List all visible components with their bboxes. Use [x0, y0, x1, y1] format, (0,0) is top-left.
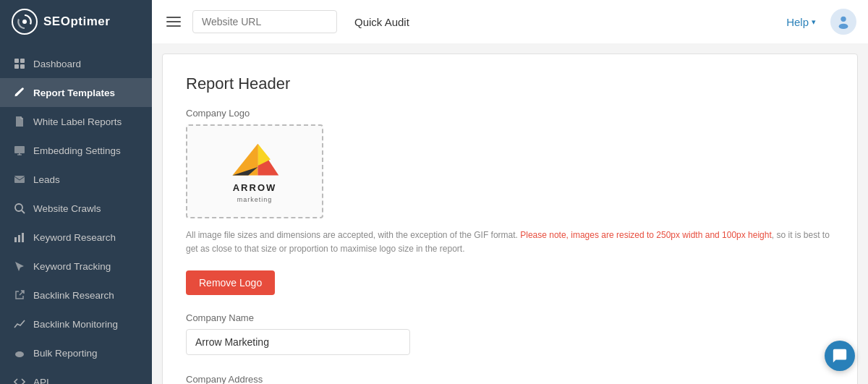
- remove-logo-button[interactable]: Remove Logo: [186, 270, 275, 295]
- external-link-icon: [13, 289, 26, 302]
- help-label: Help: [786, 16, 809, 28]
- topbar: SEOptimer Quick Audit Help ▾: [0, 0, 868, 43]
- user-icon: [835, 14, 851, 30]
- arrow-logo-sub: marketing: [237, 196, 273, 203]
- svg-rect-4: [14, 59, 19, 63]
- sidebar-label-keyword-tracking: Keyword Tracking: [33, 261, 111, 272]
- svg-point-2: [841, 17, 846, 22]
- sidebar-item-website-crawls[interactable]: Website Crawls: [0, 194, 152, 223]
- company-address-section: Company Address: [186, 374, 834, 384]
- svg-point-3: [839, 24, 848, 29]
- sidebar-item-report-templates[interactable]: Report Templates: [0, 78, 152, 107]
- help-button[interactable]: Help ▾: [786, 16, 816, 28]
- company-address-label: Company Address: [186, 374, 834, 384]
- sidebar-label-backlink-research: Backlink Research: [33, 290, 114, 301]
- grid-icon: [13, 57, 26, 70]
- sidebar-label-white-label-reports: White Label Reports: [33, 116, 122, 127]
- sidebar-item-backlink-research[interactable]: Backlink Research: [0, 281, 152, 310]
- hamburger-line-1: [166, 17, 181, 18]
- svg-rect-7: [20, 64, 25, 69]
- svg-rect-9: [14, 176, 25, 183]
- arrow-logo-icon: [229, 140, 280, 179]
- hamburger-line-3: [166, 25, 181, 27]
- sidebar-item-leads[interactable]: Leads: [0, 165, 152, 194]
- hamburger-button[interactable]: [163, 14, 184, 30]
- sidebar-label-leads: Leads: [33, 174, 60, 185]
- company-name-label: Company Name: [186, 312, 834, 323]
- chat-icon: [832, 348, 848, 364]
- envelope-icon: [13, 173, 26, 186]
- sidebar-label-api: API: [33, 377, 49, 385]
- sidebar-label-bulk-reporting: Bulk Reporting: [33, 348, 98, 359]
- svg-rect-8: [14, 146, 25, 153]
- edit-icon: [13, 86, 26, 99]
- main-layout: Dashboard Report Templates White Label R…: [0, 43, 868, 384]
- hamburger-line-2: [166, 21, 181, 22]
- sidebar-item-keyword-research[interactable]: Keyword Research: [0, 223, 152, 252]
- chat-bubble-button[interactable]: [825, 341, 855, 371]
- svg-marker-16: [232, 144, 258, 176]
- cloud-icon: [13, 346, 26, 359]
- user-avatar[interactable]: [830, 9, 856, 35]
- sidebar-item-bulk-reporting[interactable]: Bulk Reporting: [0, 338, 152, 367]
- sidebar-label-backlink-monitoring: Backlink Monitoring: [33, 319, 118, 330]
- svg-point-10: [15, 204, 22, 211]
- topbar-right: Quick Audit Help ▾: [152, 0, 868, 43]
- sidebar-label-website-crawls: Website Crawls: [33, 203, 101, 214]
- info-text-plain: All image file sizes and dimensions are …: [186, 230, 520, 240]
- logo-info-text: All image file sizes and dimensions are …: [186, 229, 834, 256]
- sidebar-label-report-templates: Report Templates: [33, 88, 115, 98]
- sidebar-label-embedding-settings: Embedding Settings: [33, 145, 121, 156]
- logo-upload-box[interactable]: ARROW marketing: [186, 124, 323, 218]
- svg-rect-12: [14, 237, 17, 242]
- svg-rect-13: [18, 235, 20, 242]
- sidebar: Dashboard Report Templates White Label R…: [0, 43, 152, 384]
- search-icon: [13, 202, 26, 215]
- svg-rect-5: [20, 59, 25, 63]
- sidebar-item-dashboard[interactable]: Dashboard: [0, 49, 152, 78]
- arrow-logo: ARROW marketing: [229, 140, 280, 203]
- line-chart-icon: [13, 317, 26, 330]
- company-logo-label: Company Logo: [186, 108, 834, 119]
- sidebar-label-keyword-research: Keyword Research: [33, 232, 116, 243]
- company-name-input[interactable]: [186, 329, 410, 355]
- sidebar-item-backlink-monitoring[interactable]: Backlink Monitoring: [0, 310, 152, 338]
- section-title: Report Header: [186, 74, 834, 93]
- cursor-icon: [13, 260, 26, 273]
- file-icon: [13, 115, 26, 128]
- company-name-section: Company Name: [186, 312, 834, 359]
- quick-audit-button[interactable]: Quick Audit: [346, 12, 418, 33]
- svg-line-11: [22, 210, 25, 213]
- monitor-icon: [13, 144, 26, 157]
- bar-chart-icon: [13, 231, 26, 244]
- svg-rect-14: [22, 233, 24, 242]
- chevron-down-icon: ▾: [812, 17, 816, 27]
- sidebar-label-dashboard: Dashboard: [33, 59, 81, 69]
- arrow-logo-text: ARROW: [233, 182, 277, 193]
- svg-point-1: [22, 20, 27, 24]
- svg-rect-6: [14, 64, 19, 69]
- main-content: Report Header Company Logo AR: [152, 43, 868, 384]
- sidebar-item-api[interactable]: API: [0, 367, 152, 384]
- code-icon: [13, 375, 26, 384]
- url-input[interactable]: [192, 10, 337, 33]
- sidebar-item-keyword-tracking[interactable]: Keyword Tracking: [0, 252, 152, 281]
- seoptimer-logo-icon: [12, 9, 38, 35]
- brand-name: SEOptimer: [43, 14, 110, 29]
- logo-area: SEOptimer: [0, 9, 152, 35]
- info-text-highlight: Please note, images are resized to 250px…: [520, 230, 772, 240]
- content-card: Report Header Company Logo AR: [162, 54, 858, 384]
- sidebar-item-embedding-settings[interactable]: Embedding Settings: [0, 136, 152, 165]
- sidebar-item-white-label-reports[interactable]: White Label Reports: [0, 107, 152, 136]
